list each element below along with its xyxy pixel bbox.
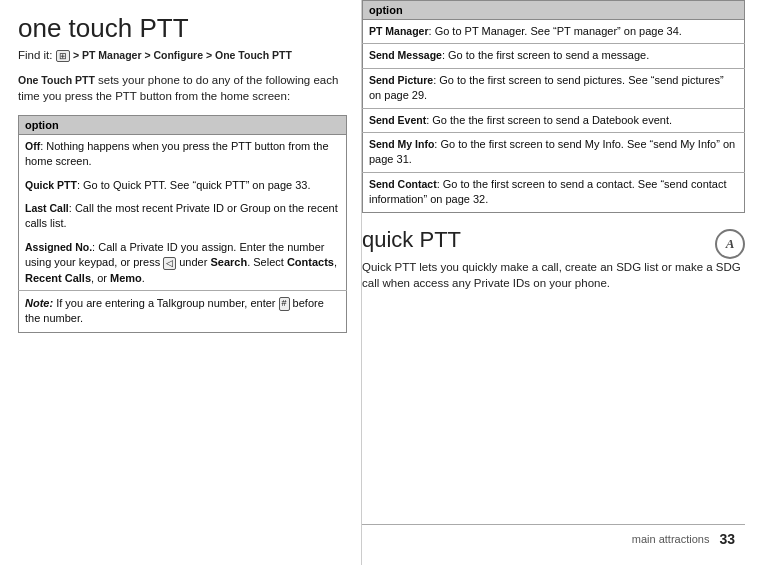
table-row: Quick PTT: Go to Quick PTT. See “quick P…: [19, 174, 347, 197]
quick-ptt-description: Quick PTT lets you quickly make a call, …: [362, 259, 745, 292]
left-table-header: option: [19, 115, 347, 134]
quick-ptt-header: quick PTT A: [362, 227, 745, 259]
term-off: Off: [25, 140, 40, 152]
term-assignedno: Assigned No.: [25, 241, 92, 253]
table-row: Send Contact: Go to the first screen to …: [363, 172, 745, 212]
find-it-label: Find it:: [18, 49, 53, 61]
table-row: Assigned No.: Call a Private ID you assi…: [19, 236, 347, 291]
hash-key-icon: #: [279, 297, 290, 311]
table-row: Send My Info: Go to the first screen to …: [363, 132, 745, 172]
table-row: Last Call: Call the most recent Private …: [19, 197, 347, 236]
left-column: one touch PTT Find it: ⊞ > PT Manager > …: [0, 0, 362, 565]
menu-icon: ⊞: [56, 50, 70, 62]
term-sendpicture: Send Picture: [369, 74, 433, 86]
contacts-label: Contacts: [287, 256, 334, 268]
right-column: option PT Manager: Go to PT Manager. See…: [362, 0, 759, 565]
intro-text: One Touch PTT sets your phone to do any …: [18, 72, 347, 105]
find-it-path: > PT Manager > Configure > One Touch PTT: [73, 49, 292, 61]
intro-term: One Touch PTT: [18, 74, 95, 86]
quick-ptt-icon: A: [715, 229, 745, 259]
note-label: Note:: [25, 297, 53, 309]
footer-section-label: main attractions: [632, 533, 710, 545]
quick-ptt-title: quick PTT: [362, 227, 461, 253]
recent-calls-label: Recent Calls: [25, 272, 91, 284]
find-it-line: Find it: ⊞ > PT Manager > Configure > On…: [18, 49, 347, 62]
table-row: Send Event: Go the the first screen to s…: [363, 108, 745, 132]
term-sendevent: Send Event: [369, 114, 426, 126]
term-sendmessage: Send Message: [369, 49, 442, 61]
term-quickptt: Quick PTT: [25, 179, 77, 191]
table-row: PT Manager: Go to PT Manager. See “PT ma…: [363, 20, 745, 44]
term-ptmanager: PT Manager: [369, 25, 429, 37]
quick-ptt-section: quick PTT A Quick PTT lets you quickly m…: [362, 227, 745, 524]
left-option-table: option Off: Nothing happens when you pre…: [18, 115, 347, 333]
right-table-header: option: [363, 1, 745, 20]
table-row: Off: Nothing happens when you press the …: [19, 134, 347, 173]
search-label: Search: [210, 256, 247, 268]
right-wrapper: option PT Manager: Go to PT Manager. See…: [362, 0, 745, 551]
table-row: Send Picture: Go to the first screen to …: [363, 68, 745, 108]
footer-page-number: 33: [719, 531, 735, 547]
search-key-icon: ◁: [163, 257, 176, 271]
table-row: Send Message: Go to the first screen to …: [363, 44, 745, 68]
page-title: one touch PTT: [18, 14, 347, 43]
term-sendmyinfo: Send My Info: [369, 138, 434, 150]
note-row: Note: If you are entering a Talkgroup nu…: [19, 291, 347, 333]
term-sendcontact: Send Contact: [369, 178, 437, 190]
term-lastcall: Last Call: [25, 202, 69, 214]
footer: main attractions 33: [362, 524, 745, 551]
right-option-table: option PT Manager: Go to PT Manager. See…: [362, 0, 745, 213]
memo-label: Memo: [110, 272, 142, 284]
